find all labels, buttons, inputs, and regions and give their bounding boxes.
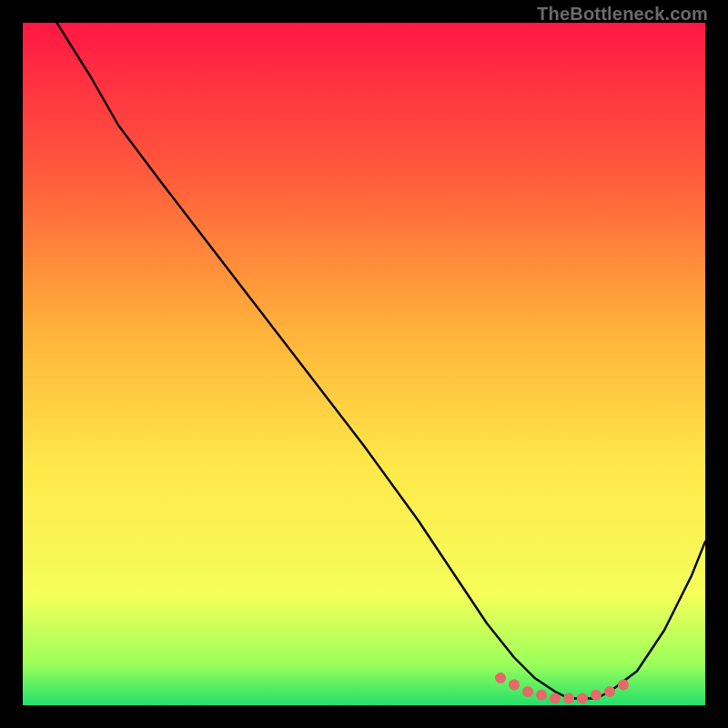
optimal-point <box>495 672 506 683</box>
optimal-point <box>591 690 602 701</box>
optimal-point <box>618 680 629 691</box>
optimal-point <box>550 693 561 704</box>
gradient-background <box>23 23 705 705</box>
watermark-text: TheBottleneck.com <box>537 4 708 25</box>
optimal-point <box>604 686 615 697</box>
optimal-point <box>577 693 588 704</box>
optimal-point <box>563 693 574 704</box>
optimal-point <box>522 686 533 697</box>
optimal-point <box>536 690 547 701</box>
chart-svg <box>23 23 705 705</box>
chart-stage: TheBottleneck.com <box>0 0 728 728</box>
optimal-point <box>509 680 520 691</box>
plot-area <box>23 23 705 705</box>
